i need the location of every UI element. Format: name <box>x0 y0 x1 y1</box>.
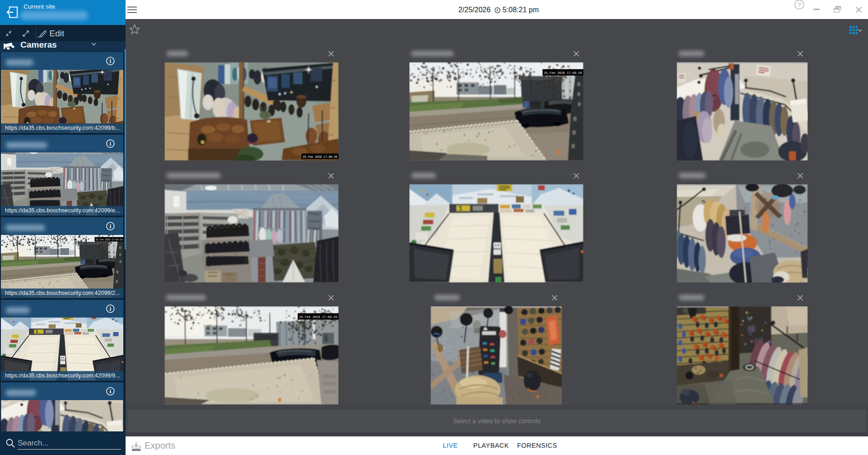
svg-text:25.Feb 2026 17:09:20: 25.Feb 2026 17:09:20 <box>299 315 337 319</box>
svg-text:25.Feb 2026 17:08:20: 25.Feb 2026 17:08:20 <box>303 155 337 159</box>
svg-text:i: i <box>110 388 112 395</box>
svg-text:?: ? <box>798 1 801 8</box>
svg-text:25.Feb 2026 17:08:19: 25.Feb 2026 17:08:19 <box>96 238 122 241</box>
svg-text:i: i <box>110 306 112 312</box>
svg-text:i: i <box>110 141 112 147</box>
svg-text:i: i <box>110 58 112 64</box>
svg-text:25.Feb 2026 17:09:20: 25.Feb 2026 17:09:20 <box>544 71 582 75</box>
svg-text:i: i <box>110 223 112 230</box>
